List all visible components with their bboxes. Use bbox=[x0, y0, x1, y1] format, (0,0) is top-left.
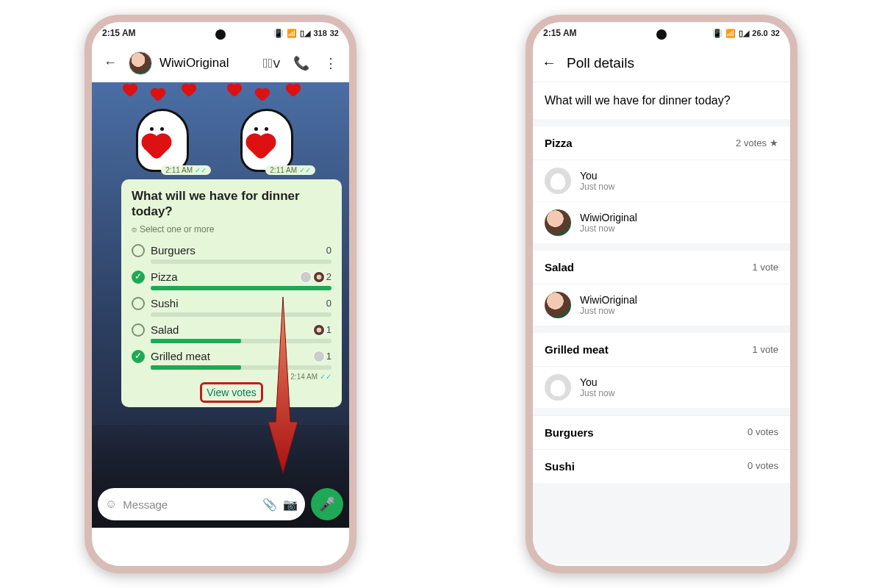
poll-option-label: Pizza bbox=[151, 270, 294, 283]
poll-option-count: 1 bbox=[313, 351, 331, 362]
avatar bbox=[545, 209, 571, 236]
read-tick-icon: ✓✓ bbox=[195, 166, 207, 174]
poll-option-bar bbox=[151, 365, 331, 370]
battery-icon: 32 bbox=[330, 29, 339, 37]
result-option-name: Burguers bbox=[545, 426, 594, 439]
poll-option-count: 1 bbox=[313, 324, 331, 336]
message-input-row: ☺ Message 📎 📷 🎤 bbox=[98, 488, 343, 520]
result-option-name: Pizza bbox=[545, 137, 573, 149]
voter-name: WiwiOriginal bbox=[580, 294, 637, 306]
star-icon: ★ bbox=[770, 137, 778, 148]
vote-count: 0 votes bbox=[747, 426, 778, 439]
poll-option-bar bbox=[151, 312, 331, 317]
vote-count: 1 vote bbox=[753, 344, 778, 355]
voter-avatar-icon bbox=[313, 324, 325, 336]
sticker-1[interactable]: 2:11 AM✓✓ bbox=[121, 87, 215, 175]
poll-option-label: Grilled meat bbox=[151, 350, 307, 362]
poll-bubble: What will we have for dinner today? ⌾ Se… bbox=[121, 179, 342, 407]
back-icon[interactable]: ← bbox=[542, 54, 556, 71]
page-title: Poll details bbox=[567, 55, 634, 71]
status-time: 2:15 AM bbox=[102, 28, 136, 38]
vibrate-icon: 📳 bbox=[712, 29, 723, 38]
voter-avatar-icon bbox=[313, 271, 325, 283]
wifi-icon: 📶 bbox=[287, 29, 297, 38]
voter-avatar-icon bbox=[313, 351, 325, 362]
signal-icon: ▯◢ bbox=[300, 29, 310, 38]
battery-icon: 32 bbox=[771, 29, 780, 37]
wifi-icon: 📶 bbox=[725, 29, 736, 38]
phone-right: 2:15 AM 📳 📶 ▯◢ 26.0 32 ← Poll details Wh… bbox=[526, 15, 797, 573]
sticker-row: 2:11 AM✓✓ 2:11 AM✓✓ bbox=[92, 82, 349, 175]
voter-row[interactable]: YouJust now bbox=[533, 367, 790, 408]
avatar bbox=[545, 292, 571, 318]
camera-cutout bbox=[215, 29, 226, 40]
signal-icon: ▯◢ bbox=[739, 29, 749, 38]
back-icon[interactable]: ← bbox=[99, 55, 121, 71]
poll-hint: ⌾ Select one or more bbox=[132, 224, 331, 234]
poll-option-bar bbox=[151, 259, 331, 264]
poll-option-count: 0 bbox=[326, 298, 331, 309]
multiselect-icon: ⌾ bbox=[132, 224, 137, 234]
result-section: Grilled meat1 voteYouJust now bbox=[533, 333, 790, 408]
result-empty-row: Burguers0 votes bbox=[533, 415, 790, 449]
avatar bbox=[545, 374, 571, 401]
result-section: Pizza2 votes ★YouJust nowWiwiOriginalJus… bbox=[533, 126, 790, 243]
radio-checked-icon[interactable] bbox=[132, 350, 145, 363]
voter-name: WiwiOriginal bbox=[580, 212, 637, 223]
voter-name: You bbox=[580, 170, 614, 182]
poll-option-count: 0 bbox=[326, 245, 331, 256]
result-option-name: Sushi bbox=[545, 460, 575, 473]
camera-icon[interactable]: 📷 bbox=[283, 498, 298, 512]
contact-avatar[interactable] bbox=[129, 51, 152, 75]
avatar bbox=[545, 168, 571, 194]
sticker-2[interactable]: 2:11 AM✓✓ bbox=[226, 87, 320, 175]
poll-option[interactable]: Grilled meat1 bbox=[132, 346, 331, 363]
poll-time: 2:14 AM bbox=[290, 373, 318, 381]
more-icon[interactable]: ⋮ bbox=[320, 55, 342, 71]
mic-button[interactable]: 🎤 bbox=[311, 488, 343, 520]
detail-header: ← Poll details bbox=[533, 44, 790, 82]
chat-body: 2:11 AM✓✓ 2:11 AM✓✓ What will we have fo… bbox=[92, 82, 349, 528]
result-section: Salad1 voteWiwiOriginalJust now bbox=[533, 251, 790, 326]
view-votes-button[interactable]: View votes bbox=[200, 382, 262, 403]
emoji-icon[interactable]: ☺ bbox=[105, 498, 117, 511]
voter-subtext: Just now bbox=[580, 182, 614, 192]
vibrate-icon: 📳 bbox=[273, 29, 284, 38]
phone-left: 2:15 AM 📳 📶 ▯◢ 318 32 ← WiwiOriginal ▢⃞𝗏… bbox=[85, 15, 356, 573]
message-input[interactable]: ☺ Message 📎 📷 bbox=[98, 488, 305, 520]
chat-header: ← WiwiOriginal ▢⃞𝗏 📞 ⋮ bbox=[92, 44, 349, 82]
message-placeholder: Message bbox=[123, 498, 257, 511]
camera-cutout bbox=[656, 29, 667, 40]
poll-option[interactable]: Sushi0 bbox=[132, 293, 331, 310]
voter-row[interactable]: YouJust now bbox=[533, 160, 790, 202]
radio-checked-icon[interactable] bbox=[132, 270, 145, 284]
result-header: Grilled meat1 vote bbox=[533, 333, 790, 367]
detail-body[interactable]: What will we have for dinner today? Pizz… bbox=[533, 82, 790, 564]
voter-row[interactable]: WiwiOriginalJust now bbox=[533, 284, 790, 326]
voter-subtext: Just now bbox=[580, 388, 614, 398]
voter-name: You bbox=[580, 376, 614, 388]
result-empty-row: Sushi0 votes bbox=[533, 449, 790, 483]
net-speed: 318 bbox=[313, 29, 326, 37]
contact-name[interactable]: WiwiOriginal bbox=[159, 56, 254, 71]
radio-icon[interactable] bbox=[132, 244, 145, 257]
poll-option[interactable]: Pizza2 bbox=[132, 267, 331, 284]
attach-icon[interactable]: 📎 bbox=[262, 498, 277, 512]
radio-icon[interactable] bbox=[132, 297, 145, 310]
read-tick-icon: ✓✓ bbox=[299, 166, 311, 174]
video-call-icon[interactable]: ▢⃞𝗏 bbox=[261, 55, 283, 71]
voter-avatar-icon bbox=[300, 271, 312, 283]
voice-call-icon[interactable]: 📞 bbox=[290, 55, 312, 71]
voter-row[interactable]: WiwiOriginalJust now bbox=[533, 202, 790, 243]
poll-option[interactable]: Salad1 bbox=[132, 320, 331, 337]
vote-count: 0 votes bbox=[747, 460, 778, 473]
net-speed: 26.0 bbox=[752, 29, 767, 37]
poll-option-count: 2 bbox=[300, 271, 331, 283]
poll-option-bar bbox=[151, 339, 331, 343]
vote-count: 2 votes ★ bbox=[736, 137, 778, 148]
radio-icon[interactable] bbox=[132, 323, 145, 337]
poll-question: What will we have for dinner today? bbox=[533, 82, 790, 119]
poll-option[interactable]: Burguers0 bbox=[132, 240, 331, 257]
read-tick-icon: ✓✓ bbox=[320, 373, 331, 381]
poll-option-label: Salad bbox=[151, 323, 307, 336]
